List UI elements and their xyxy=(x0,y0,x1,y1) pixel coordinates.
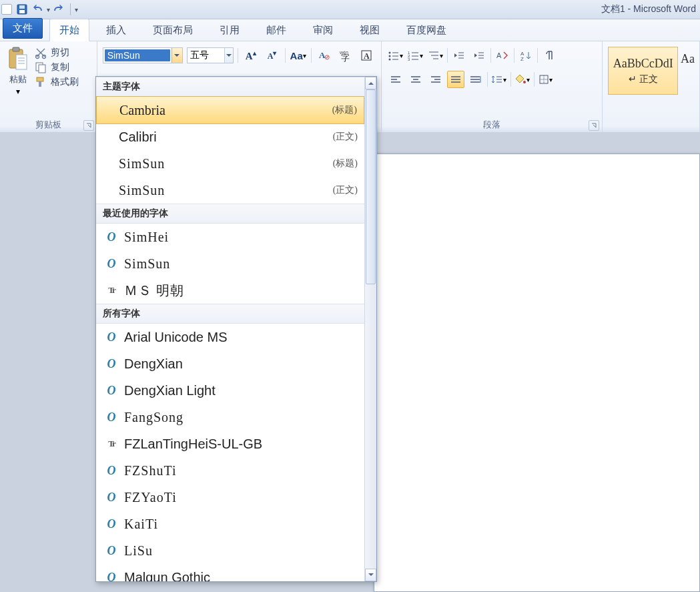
scroll-down-button[interactable] xyxy=(365,569,376,581)
font-list-scrollbar[interactable] xyxy=(364,77,376,581)
word-window: ▾ ▾ 文档1 - Microsoft Word 文件 开始 插入 页面布局 引… xyxy=(0,0,700,592)
font-name: KaiTi xyxy=(124,517,158,532)
scroll-track[interactable] xyxy=(365,89,376,569)
redo-button[interactable] xyxy=(51,2,66,17)
font-name: FZLanTingHeiS-UL-GB xyxy=(124,436,262,452)
shrink-font-button[interactable]: A▾ xyxy=(264,47,281,64)
shading-button[interactable]: ▾ xyxy=(514,71,531,88)
borders-button[interactable]: ▾ xyxy=(537,71,555,88)
opentype-icon: O xyxy=(107,465,116,477)
font-item[interactable]: Cambria(标题) xyxy=(96,96,364,124)
cut-label: 剪切 xyxy=(51,47,69,59)
scroll-thumb[interactable] xyxy=(366,89,376,284)
font-item[interactable]: OSimHei xyxy=(96,224,364,250)
font-item[interactable]: OFZYaoTi xyxy=(96,484,364,511)
tab-layout[interactable]: 页面布局 xyxy=(143,19,203,41)
font-size-input[interactable] xyxy=(188,50,225,61)
paragraph-group-label: 段落 xyxy=(387,117,597,132)
tab-review[interactable]: 审阅 xyxy=(303,19,343,41)
change-case-button[interactable]: Aa▾ xyxy=(290,47,307,64)
font-name-dropdown[interactable] xyxy=(171,48,182,63)
font-item[interactable]: TrFZLanTingHeiS-UL-GB xyxy=(96,430,364,457)
opentype-icon: O xyxy=(107,545,116,557)
system-menu-icon[interactable] xyxy=(1,4,12,15)
font-item[interactable]: Calibri(正文) xyxy=(96,123,364,150)
tab-home[interactable]: 开始 xyxy=(49,19,89,41)
font-item[interactable]: TrＭＳ 明朝 xyxy=(96,277,364,304)
font-item[interactable]: OSimSun xyxy=(96,250,364,277)
font-item[interactable]: SimSun(正文) xyxy=(96,177,364,204)
align-center-button[interactable] xyxy=(407,71,424,88)
paste-icon xyxy=(7,45,29,72)
tab-baidu[interactable]: 百度网盘 xyxy=(396,19,456,41)
paste-button[interactable]: 粘贴 ▾ xyxy=(5,44,31,96)
distributed-button[interactable] xyxy=(467,71,484,88)
tab-references[interactable]: 引用 xyxy=(210,19,250,41)
font-name: SimHei xyxy=(124,230,169,245)
style-normal[interactable]: AaBbCcDdI ↵ 正文 xyxy=(608,47,678,95)
align-right-button[interactable] xyxy=(427,71,444,88)
font-name-combo[interactable] xyxy=(103,47,183,63)
paste-dropdown[interactable]: ▾ xyxy=(16,87,20,96)
svg-rect-5 xyxy=(16,55,27,69)
section-all-fonts: 所有字体 xyxy=(96,304,364,324)
show-marks-button[interactable] xyxy=(541,47,558,64)
font-size-combo[interactable] xyxy=(187,47,234,63)
align-justify-button[interactable] xyxy=(447,71,464,88)
title-bar: ▾ ▾ 文档1 - Microsoft Word xyxy=(0,0,700,19)
format-painter-icon xyxy=(35,76,47,88)
font-item[interactable]: ODengXian xyxy=(96,350,364,377)
truetype-icon: Tr xyxy=(108,285,114,296)
cut-button[interactable]: 剪切 xyxy=(35,47,79,59)
undo-button[interactable] xyxy=(31,2,45,17)
font-row-1: A▴ A▾ Aa▾ A⊘ wén字 A xyxy=(103,44,376,64)
format-painter-button[interactable]: 格式刷 xyxy=(35,76,79,88)
font-item[interactable]: SimSun(标题) xyxy=(96,150,364,177)
align-left-button[interactable] xyxy=(387,71,404,88)
clipboard-launcher[interactable] xyxy=(83,120,94,131)
char-border-icon: A xyxy=(360,49,374,61)
save-button[interactable] xyxy=(15,2,29,17)
font-item[interactable]: OFZShuTi xyxy=(96,457,364,484)
grow-font-button[interactable]: A▴ xyxy=(242,47,260,64)
clear-format-icon: A⊘ xyxy=(318,49,331,61)
increase-indent-button[interactable] xyxy=(470,47,488,64)
document-page[interactable] xyxy=(374,154,700,592)
font-item[interactable]: OMalgun Gothic xyxy=(96,564,364,581)
scroll-up-button[interactable] xyxy=(365,77,376,89)
multilevel-list-button[interactable]: ▾ xyxy=(427,47,444,64)
phonetic-guide-button[interactable]: wén字 xyxy=(337,47,354,64)
font-size-dropdown[interactable] xyxy=(224,48,232,63)
undo-dropdown[interactable]: ▾ xyxy=(47,6,50,13)
svg-rect-4 xyxy=(13,47,19,51)
font-item[interactable]: OLiSu xyxy=(96,537,364,564)
font-item[interactable]: OKaiTi xyxy=(96,511,364,537)
line-spacing-button[interactable]: ▾ xyxy=(490,71,508,88)
font-list: 主题字体 Cambria(标题)Calibri(正文)SimSun(标题)Sim… xyxy=(96,77,364,581)
quick-access-toolbar: ▾ ▾ xyxy=(0,2,78,17)
copy-button[interactable]: 复制 xyxy=(35,61,79,73)
font-tag: (正文) xyxy=(333,131,358,143)
tab-mail[interactable]: 邮件 xyxy=(256,19,296,41)
font-item[interactable]: OArial Unicode MS xyxy=(96,324,364,350)
numbering-button[interactable]: 123▾ xyxy=(407,47,424,64)
font-name-input[interactable] xyxy=(105,49,170,61)
svg-rect-13 xyxy=(37,77,43,81)
svg-point-25 xyxy=(389,59,391,61)
bullets-button[interactable]: ▾ xyxy=(387,47,404,64)
tab-insert[interactable]: 插入 xyxy=(96,19,136,41)
tab-file[interactable]: 文件 xyxy=(3,18,43,39)
svg-rect-1 xyxy=(19,5,25,9)
paragraph-launcher[interactable] xyxy=(589,120,599,131)
text-direction-button[interactable]: A xyxy=(494,47,511,64)
svg-rect-12 xyxy=(39,65,45,73)
paste-label: 粘贴 xyxy=(9,73,27,85)
character-border-button[interactable]: A xyxy=(358,47,376,64)
decrease-indent-button[interactable] xyxy=(450,47,468,64)
font-item[interactable]: ODengXian Light xyxy=(96,377,364,404)
font-item[interactable]: OFangSong xyxy=(96,404,364,430)
clear-formatting-button[interactable]: A⊘ xyxy=(316,47,333,64)
tab-view[interactable]: 视图 xyxy=(350,19,390,41)
sort-button[interactable]: AZ xyxy=(517,47,535,64)
qat-separator xyxy=(70,3,71,15)
